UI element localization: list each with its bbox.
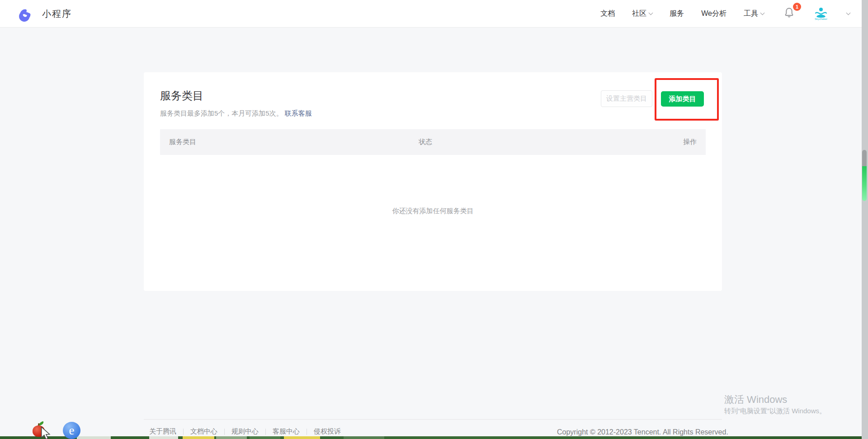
service-category-card: 服务类目 服务类目最多添加5个，本月可添加5次。 联系客服 设置主营类目 添加类… xyxy=(144,72,722,291)
nav-label: 工具 xyxy=(744,9,758,19)
column-header-actions: 操作 xyxy=(642,138,706,146)
nav-label: 文档 xyxy=(600,9,615,19)
strip-block xyxy=(344,436,384,439)
nav-item-docs[interactable]: 文档 xyxy=(600,9,615,19)
strip-block xyxy=(183,436,214,439)
nav-label: We分析 xyxy=(701,9,726,19)
nav-label: 服务 xyxy=(670,9,684,19)
empty-state-text: 你还没有添加任何服务类目 xyxy=(144,207,722,215)
account-chevron-down-icon[interactable] xyxy=(846,10,851,15)
footer-link-docs-center[interactable]: 文档中心 xyxy=(184,427,224,436)
ie-letter: e xyxy=(69,425,75,437)
chevron-down-icon xyxy=(649,10,653,15)
top-nav: 文档 社区 服务 We分析 工具 1 xyxy=(600,7,862,21)
column-header-category: 服务类目 xyxy=(160,138,419,146)
avatar-name: Skychaker xyxy=(815,18,827,20)
footer-links: 关于腾讯 文档中心 规则中心 客服中心 侵权投诉 xyxy=(149,427,348,436)
strip-block xyxy=(284,436,320,439)
miniprogram-home-link[interactable]: 小程序 xyxy=(0,5,72,22)
footer-link-infringement[interactable]: 侵权投诉 xyxy=(307,427,348,436)
user-avatar[interactable]: Skychaker xyxy=(812,7,830,20)
strip-block xyxy=(216,436,247,439)
set-main-category-button[interactable]: 设置主营类目 xyxy=(601,90,652,107)
subtitle-text: 服务类目最多添加5个，本月可添加5次。 xyxy=(160,109,283,117)
mouse-cursor-icon xyxy=(41,426,51,439)
nav-item-community[interactable]: 社区 xyxy=(632,9,652,19)
scrollbar-track[interactable] xyxy=(862,0,868,439)
nav-item-tools[interactable]: 工具 xyxy=(744,9,764,19)
table-header-row: 服务类目 状态 操作 xyxy=(160,129,706,155)
page-title: 服务类目 xyxy=(160,89,203,103)
footer-link-rules-center[interactable]: 规则中心 xyxy=(225,427,265,436)
add-category-button[interactable]: 添加类目 xyxy=(661,91,704,107)
app-title: 小程序 xyxy=(42,8,72,20)
contact-support-link[interactable]: 联系客服 xyxy=(285,109,312,117)
nav-item-service[interactable]: 服务 xyxy=(670,9,684,19)
internet-explorer-icon[interactable]: e xyxy=(63,422,80,439)
strip-block xyxy=(250,436,280,439)
nav-label: 社区 xyxy=(632,9,646,19)
copyright-text: Copyright © 2012-2023 Tencent. All Right… xyxy=(557,428,728,436)
notification-badge: 1 xyxy=(793,3,801,11)
chevron-down-icon xyxy=(760,10,765,15)
strip-block xyxy=(77,436,111,439)
footer-link-support-center[interactable]: 客服中心 xyxy=(266,427,307,436)
windows-activation-title: 激活 Windows xyxy=(724,393,787,406)
scrollbar-thumb[interactable] xyxy=(862,150,867,201)
page-subtitle: 服务类目最多添加5个，本月可添加5次。 联系客服 xyxy=(160,109,312,118)
nav-item-weanalysis[interactable]: We分析 xyxy=(701,9,726,19)
footer-link-about[interactable]: 关于腾讯 xyxy=(149,427,183,436)
strip-block xyxy=(149,436,178,439)
notification-bell-button[interactable]: 1 xyxy=(783,7,795,21)
windows-activation-subtitle: 转到“电脑设置”以激活 Windows。 xyxy=(724,407,826,416)
scrollbar-thumb-green xyxy=(862,166,867,201)
footer-divider xyxy=(144,419,722,420)
background-window-strip xyxy=(0,436,868,439)
miniprogram-logo-icon xyxy=(17,5,36,22)
app-header: 小程序 文档 社区 服务 We分析 工具 1 xyxy=(0,0,862,28)
column-header-status: 状态 xyxy=(419,138,642,146)
avatar-logo-icon xyxy=(814,7,828,18)
scrollbar-thumb-gray xyxy=(862,150,867,166)
